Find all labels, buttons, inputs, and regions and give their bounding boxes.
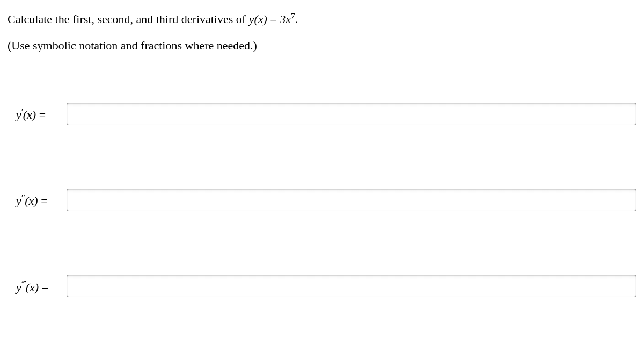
third-derivative-row: y‴(x) =: [8, 275, 636, 297]
second-derivative-row: y″(x) =: [8, 189, 636, 211]
question-prompt: Calculate the first, second, and third d…: [8, 10, 636, 28]
instruction-text: (Use symbolic notation and fractions whe…: [8, 37, 636, 54]
third-derivative-label: y‴(x) =: [16, 278, 57, 294]
second-derivative-input[interactable]: [67, 189, 636, 211]
first-derivative-row: y′(x) =: [8, 103, 636, 125]
first-derivative-label: y′(x) =: [16, 106, 57, 122]
prompt-prefix: Calculate the first, second, and third d…: [8, 12, 249, 26]
function-def: y(x) = 3x7: [249, 12, 295, 26]
second-derivative-label: y″(x) =: [16, 192, 57, 208]
prompt-suffix: .: [295, 12, 298, 26]
third-derivative-input[interactable]: [67, 275, 636, 297]
first-derivative-input[interactable]: [67, 103, 636, 125]
